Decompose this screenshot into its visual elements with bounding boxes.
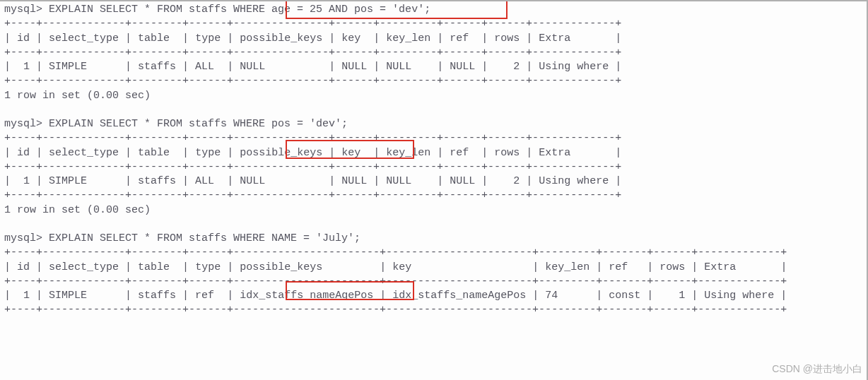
col3-extra: Extra [704, 261, 736, 273]
val2-rows: 2 [513, 175, 520, 187]
sql-hl-3: NAME = 'July'; [271, 232, 360, 244]
val3-pk: idx_staffs_nameAgePos [240, 290, 373, 302]
col-id: id [17, 32, 30, 44]
val2-type: ALL [195, 175, 214, 187]
val3-type: ref [195, 290, 214, 302]
val3-st: SIMPLE [49, 290, 87, 302]
val3-table: staffs [138, 290, 176, 302]
col2-table: table [138, 147, 170, 159]
col2-kl: key_len [386, 147, 430, 159]
val3-id: 1 [23, 290, 30, 302]
val2-table: staffs [138, 175, 176, 187]
val-extra-1: Using where [539, 61, 609, 73]
result-1: 1 row in set (0.00 sec) [4, 90, 151, 102]
val2-id: 1 [23, 175, 30, 187]
col-ref: ref [450, 32, 469, 44]
col-select-type: select_type [49, 32, 119, 44]
sql-hl-2: pos = 'dev'; [271, 118, 348, 130]
mysql-console: mysql> EXPLAIN SELECT * FROM staffs WHER… [0, 0, 868, 321]
col-possible-keys: possible_keys [240, 32, 322, 44]
col3-id: id [17, 261, 30, 273]
watermark: CSDN @进击地小白 [772, 362, 862, 376]
val-key-1: NULL [341, 61, 367, 73]
val2-ref: NULL [450, 175, 475, 187]
val2-st: SIMPLE [49, 175, 87, 187]
col2-ref: ref [450, 147, 469, 159]
col2-rows: rows [494, 147, 520, 159]
col-key-len: key_len [386, 32, 430, 44]
val-pk-1: NULL [240, 61, 265, 73]
prompt-2: mysql> [4, 118, 42, 130]
sql-pre-3: EXPLAIN SELECT * FROM staffs WHERE [49, 232, 271, 244]
val3-key: idx_staffs_nameAgePos [392, 290, 526, 302]
val-rows-1: 2 [513, 61, 520, 73]
col3-st: select_type [49, 261, 119, 273]
col2-extra: Extra [539, 147, 570, 159]
val-kl-1: NULL [386, 61, 411, 73]
val2-extra: Using where [539, 175, 609, 187]
val-id-1: 1 [23, 61, 30, 73]
col2-key: key [341, 147, 360, 159]
col3-table: table [138, 261, 170, 273]
col2-st: select_type [49, 147, 119, 159]
col3-kl: key_len [545, 261, 590, 273]
col-extra: Extra [539, 32, 570, 44]
sql-pre-1: EXPLAIN SELECT * FROM staffs WHERE [49, 4, 271, 16]
val3-rows: 1 [679, 290, 685, 302]
val2-kl: NULL [386, 175, 411, 187]
val-ref-1: NULL [450, 61, 475, 73]
val-table-1: staffs [138, 61, 176, 73]
col3-type: type [195, 261, 221, 273]
col2-pk: possible_keys [240, 147, 322, 159]
sql-pre-2: EXPLAIN SELECT * FROM staffs WHERE [49, 118, 271, 130]
col3-rows: rows [659, 261, 685, 273]
col3-key: key [392, 261, 411, 273]
prompt-1: mysql> [4, 4, 42, 16]
sql-hl-1: age = 25 AND pos = 'dev'; [271, 4, 430, 16]
val3-extra: Using where [704, 290, 774, 302]
val3-kl: 74 [545, 290, 558, 302]
prompt-3: mysql> [4, 232, 42, 244]
col3-pk: possible_keys [240, 261, 322, 273]
col-key: key [341, 32, 360, 44]
col-type: type [195, 32, 221, 44]
val2-key: NULL [341, 175, 367, 187]
col2-type: type [195, 147, 221, 159]
val2-pk: NULL [240, 175, 265, 187]
val-st-1: SIMPLE [49, 61, 87, 73]
col3-ref: ref [609, 261, 628, 273]
val3-ref: const [609, 290, 640, 302]
result-2: 1 row in set (0.00 sec) [4, 204, 151, 216]
col-table: table [138, 32, 170, 44]
col2-id: id [17, 147, 30, 159]
col-rows: rows [494, 32, 520, 44]
val-type-1: ALL [195, 61, 214, 73]
